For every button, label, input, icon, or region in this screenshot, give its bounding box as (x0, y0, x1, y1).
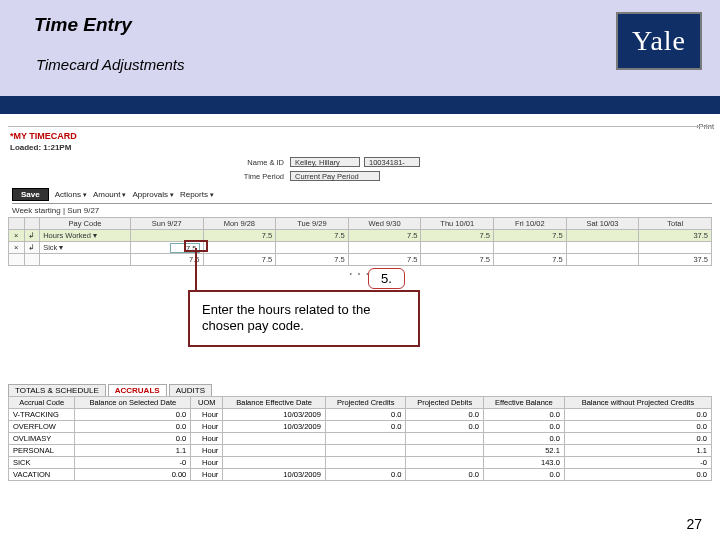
table-row: PERSONAL1.1Hour52.11.1 (9, 445, 712, 457)
hours-cell[interactable]: 7.5 (348, 230, 421, 242)
timecard-grid: Pay Code Sun 9/27 Mon 9/28 Tue 9/29 Wed … (8, 217, 712, 266)
chevron-down-icon: ▾ (59, 243, 63, 252)
time-period-select[interactable]: Current Pay Period (290, 171, 380, 181)
hours-cell[interactable] (494, 242, 567, 254)
tab-audits[interactable]: AUDITS (169, 384, 212, 396)
hours-cell[interactable] (566, 230, 639, 242)
timecard-app: *MY TIMECARD Loaded: 1:21PM Name & ID Ke… (8, 126, 712, 277)
paycode-select[interactable]: Hours Worked ▾ (40, 230, 131, 242)
week-starting-label: Week starting | Sun 9/27 (12, 203, 712, 215)
hours-cell[interactable]: 7.5 (421, 230, 494, 242)
table-row: OVLIMASY0.0Hour0.00.0 (9, 433, 712, 445)
name-id-label: Name & ID (238, 158, 286, 167)
hours-cell[interactable]: 7.5 (203, 230, 276, 242)
grid-totals-row: 7.5 7.5 7.5 7.5 7.5 7.5 37.5 (9, 254, 712, 266)
hours-cell[interactable] (566, 242, 639, 254)
hours-cell[interactable]: 37.5 (639, 230, 712, 242)
table-row: ×↲Sick ▾7.5 (9, 242, 712, 254)
grid-header-row: Pay Code Sun 9/27 Mon 9/28 Tue 9/29 Wed … (9, 218, 712, 230)
loaded-timestamp: Loaded: 1:21PM (10, 143, 712, 152)
page-number: 27 (686, 516, 702, 532)
callout-text: Enter the hours related to the chosen pa… (188, 290, 420, 347)
table-row: OVERFLOW0.0Hour10/03/20090.00.00.00.0 (9, 421, 712, 433)
yale-logo: Yale (616, 12, 702, 70)
table-row: ×↲Hours Worked ▾7.57.57.57.57.537.5 (9, 230, 712, 242)
time-period-label: Time Period (238, 172, 286, 181)
table-row: VACATION0.00Hour10/03/20090.00.00.00.0 (9, 469, 712, 481)
instruction-callout: 5. Enter the hours related to the chosen… (188, 290, 420, 347)
hours-cell[interactable] (639, 242, 712, 254)
actions-menu[interactable]: Actions (55, 190, 87, 199)
insert-row-icon[interactable]: ↲ (24, 242, 40, 254)
id-field[interactable]: 10034181- (364, 157, 420, 167)
hours-cell[interactable] (203, 242, 276, 254)
tab-totals-schedule[interactable]: TOTALS & SCHEDULE (8, 384, 106, 396)
hours-cell[interactable]: 7.5 (276, 230, 349, 242)
accruals-table: Accrual CodeBalance on Selected Date UOM… (8, 396, 712, 481)
name-field[interactable]: Kelley, Hillary (290, 157, 360, 167)
amount-menu[interactable]: Amount (93, 190, 127, 199)
hours-cell[interactable] (276, 242, 349, 254)
delete-row-icon[interactable]: × (9, 230, 25, 242)
chevron-down-icon: ▾ (93, 231, 97, 240)
resize-handle-icon[interactable]: • • • (8, 270, 712, 277)
table-row: SICK-0Hour143.0-0 (9, 457, 712, 469)
callout-pointer (195, 248, 197, 294)
table-row: V-TRACKING0.0Hour10/03/20090.00.00.00.0 (9, 409, 712, 421)
slide-subtitle: Timecard Adjustments (36, 56, 185, 73)
reports-menu[interactable]: Reports (180, 190, 214, 199)
hours-cell[interactable]: 7.5 (494, 230, 567, 242)
page-title: *MY TIMECARD (10, 131, 712, 141)
tab-accruals[interactable]: ACCRUALS (108, 384, 167, 396)
hours-cell[interactable] (421, 242, 494, 254)
insert-row-icon[interactable]: ↲ (24, 230, 40, 242)
approvals-menu[interactable]: Approvals (132, 190, 174, 199)
blue-divider (0, 96, 720, 114)
save-button[interactable]: Save (12, 188, 49, 201)
slide-title: Time Entry (34, 14, 132, 36)
paycode-select[interactable]: Sick ▾ (40, 242, 131, 254)
step-badge: 5. (368, 268, 405, 289)
hours-cell[interactable] (348, 242, 421, 254)
delete-row-icon[interactable]: × (9, 242, 25, 254)
